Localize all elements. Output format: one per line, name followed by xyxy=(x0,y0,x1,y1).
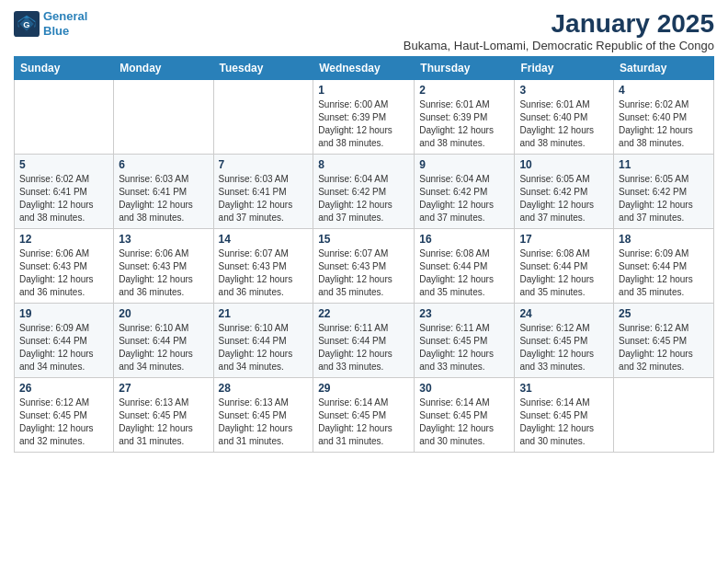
day-cell: 19Sunrise: 6:09 AM Sunset: 6:44 PM Dayli… xyxy=(15,304,114,378)
day-number: 5 xyxy=(19,158,108,171)
day-number: 3 xyxy=(519,84,609,97)
day-cell: 27Sunrise: 6:13 AM Sunset: 6:45 PM Dayli… xyxy=(114,378,213,453)
day-number: 14 xyxy=(219,233,309,246)
month-title: January 2025 xyxy=(404,9,714,39)
logo: G General Blue xyxy=(14,9,87,38)
day-cell: 2Sunrise: 6:01 AM Sunset: 6:39 PM Daylig… xyxy=(415,80,515,155)
day-cell xyxy=(213,80,313,155)
week-row-2: 5Sunrise: 6:02 AM Sunset: 6:41 PM Daylig… xyxy=(15,155,714,229)
day-cell: 22Sunrise: 6:11 AM Sunset: 6:44 PM Dayli… xyxy=(313,304,415,378)
day-cell: 30Sunrise: 6:14 AM Sunset: 6:45 PM Dayli… xyxy=(415,378,515,453)
day-cell xyxy=(114,80,213,155)
day-number: 17 xyxy=(519,233,609,246)
day-cell: 3Sunrise: 6:01 AM Sunset: 6:40 PM Daylig… xyxy=(515,80,614,155)
day-number: 28 xyxy=(219,382,309,395)
day-number: 4 xyxy=(619,84,709,97)
day-cell: 11Sunrise: 6:05 AM Sunset: 6:42 PM Dayli… xyxy=(614,155,714,229)
day-cell: 6Sunrise: 6:03 AM Sunset: 6:41 PM Daylig… xyxy=(114,155,213,229)
weekday-sunday: Sunday xyxy=(15,57,114,80)
subtitle: Bukama, Haut-Lomami, Democratic Republic… xyxy=(404,39,714,52)
day-cell: 14Sunrise: 6:07 AM Sunset: 6:43 PM Dayli… xyxy=(213,229,313,304)
day-info: Sunrise: 6:14 AM Sunset: 6:45 PM Dayligh… xyxy=(419,396,509,448)
day-number: 27 xyxy=(119,382,208,395)
day-cell: 26Sunrise: 6:12 AM Sunset: 6:45 PM Dayli… xyxy=(15,378,114,453)
day-info: Sunrise: 6:11 AM Sunset: 6:44 PM Dayligh… xyxy=(318,322,409,373)
day-number: 9 xyxy=(419,158,509,171)
day-number: 25 xyxy=(619,307,709,320)
day-cell: 25Sunrise: 6:12 AM Sunset: 6:45 PM Dayli… xyxy=(614,304,714,378)
day-number: 1 xyxy=(318,84,409,97)
day-info: Sunrise: 6:10 AM Sunset: 6:44 PM Dayligh… xyxy=(119,322,208,373)
day-number: 18 xyxy=(619,233,709,246)
day-info: Sunrise: 6:08 AM Sunset: 6:44 PM Dayligh… xyxy=(519,247,609,299)
day-number: 6 xyxy=(119,158,208,171)
day-number: 19 xyxy=(19,307,108,320)
day-number: 7 xyxy=(219,158,309,171)
day-info: Sunrise: 6:14 AM Sunset: 6:45 PM Dayligh… xyxy=(318,396,409,448)
day-cell: 10Sunrise: 6:05 AM Sunset: 6:42 PM Dayli… xyxy=(515,155,614,229)
day-number: 2 xyxy=(419,84,509,97)
day-info: Sunrise: 6:12 AM Sunset: 6:45 PM Dayligh… xyxy=(519,322,609,373)
logo-line2: Blue xyxy=(43,24,87,39)
day-info: Sunrise: 6:03 AM Sunset: 6:41 PM Dayligh… xyxy=(119,173,208,224)
day-cell: 31Sunrise: 6:14 AM Sunset: 6:45 PM Dayli… xyxy=(515,378,614,453)
day-info: Sunrise: 6:01 AM Sunset: 6:39 PM Dayligh… xyxy=(419,98,509,150)
weekday-wednesday: Wednesday xyxy=(313,57,415,80)
day-info: Sunrise: 6:04 AM Sunset: 6:42 PM Dayligh… xyxy=(318,173,409,224)
day-number: 22 xyxy=(318,307,409,320)
day-info: Sunrise: 6:13 AM Sunset: 6:45 PM Dayligh… xyxy=(119,396,208,448)
logo-icon: G xyxy=(14,11,40,37)
day-number: 21 xyxy=(219,307,309,320)
day-cell: 1Sunrise: 6:00 AM Sunset: 6:39 PM Daylig… xyxy=(313,80,415,155)
day-cell: 24Sunrise: 6:12 AM Sunset: 6:45 PM Dayli… xyxy=(515,304,614,378)
weekday-thursday: Thursday xyxy=(415,57,515,80)
day-info: Sunrise: 6:05 AM Sunset: 6:42 PM Dayligh… xyxy=(619,173,709,224)
day-number: 13 xyxy=(119,233,208,246)
day-number: 23 xyxy=(419,307,509,320)
day-cell: 23Sunrise: 6:11 AM Sunset: 6:45 PM Dayli… xyxy=(415,304,515,378)
day-cell: 8Sunrise: 6:04 AM Sunset: 6:42 PM Daylig… xyxy=(313,155,415,229)
header: G General Blue January 2025 Bukama, Haut… xyxy=(14,9,714,52)
day-cell: 17Sunrise: 6:08 AM Sunset: 6:44 PM Dayli… xyxy=(515,229,614,304)
day-info: Sunrise: 6:01 AM Sunset: 6:40 PM Dayligh… xyxy=(519,98,609,150)
day-info: Sunrise: 6:06 AM Sunset: 6:43 PM Dayligh… xyxy=(119,247,208,299)
day-cell: 9Sunrise: 6:04 AM Sunset: 6:42 PM Daylig… xyxy=(415,155,515,229)
day-number: 20 xyxy=(119,307,208,320)
week-row-5: 26Sunrise: 6:12 AM Sunset: 6:45 PM Dayli… xyxy=(15,378,714,453)
day-info: Sunrise: 6:08 AM Sunset: 6:44 PM Dayligh… xyxy=(419,247,509,299)
svg-text:G: G xyxy=(23,19,29,29)
logo-line1: General xyxy=(43,9,87,24)
day-cell: 4Sunrise: 6:02 AM Sunset: 6:40 PM Daylig… xyxy=(614,80,714,155)
day-number: 11 xyxy=(619,158,709,171)
weekday-saturday: Saturday xyxy=(614,57,714,80)
day-cell: 5Sunrise: 6:02 AM Sunset: 6:41 PM Daylig… xyxy=(15,155,114,229)
weekday-header-row: SundayMondayTuesdayWednesdayThursdayFrid… xyxy=(15,57,714,80)
day-cell: 12Sunrise: 6:06 AM Sunset: 6:43 PM Dayli… xyxy=(15,229,114,304)
week-row-4: 19Sunrise: 6:09 AM Sunset: 6:44 PM Dayli… xyxy=(15,304,714,378)
day-cell xyxy=(614,378,714,453)
day-number: 30 xyxy=(419,382,509,395)
weekday-friday: Friday xyxy=(515,57,614,80)
day-info: Sunrise: 6:07 AM Sunset: 6:43 PM Dayligh… xyxy=(318,247,409,299)
day-number: 15 xyxy=(318,233,409,246)
day-info: Sunrise: 6:04 AM Sunset: 6:42 PM Dayligh… xyxy=(419,173,509,224)
day-cell: 21Sunrise: 6:10 AM Sunset: 6:44 PM Dayli… xyxy=(213,304,313,378)
day-cell: 7Sunrise: 6:03 AM Sunset: 6:41 PM Daylig… xyxy=(213,155,313,229)
weekday-tuesday: Tuesday xyxy=(213,57,313,80)
day-info: Sunrise: 6:06 AM Sunset: 6:43 PM Dayligh… xyxy=(19,247,108,299)
page: G General Blue January 2025 Bukama, Haut… xyxy=(0,0,728,563)
week-row-3: 12Sunrise: 6:06 AM Sunset: 6:43 PM Dayli… xyxy=(15,229,714,304)
day-cell: 20Sunrise: 6:10 AM Sunset: 6:44 PM Dayli… xyxy=(114,304,213,378)
day-info: Sunrise: 6:11 AM Sunset: 6:45 PM Dayligh… xyxy=(419,322,509,373)
day-info: Sunrise: 6:00 AM Sunset: 6:39 PM Dayligh… xyxy=(318,98,409,150)
day-info: Sunrise: 6:12 AM Sunset: 6:45 PM Dayligh… xyxy=(19,396,108,448)
week-row-1: 1Sunrise: 6:00 AM Sunset: 6:39 PM Daylig… xyxy=(15,80,714,155)
calendar-table: SundayMondayTuesdayWednesdayThursdayFrid… xyxy=(14,56,714,453)
logo-text: General Blue xyxy=(43,9,87,38)
day-cell: 16Sunrise: 6:08 AM Sunset: 6:44 PM Dayli… xyxy=(415,229,515,304)
day-info: Sunrise: 6:10 AM Sunset: 6:44 PM Dayligh… xyxy=(219,322,309,373)
day-cell: 28Sunrise: 6:13 AM Sunset: 6:45 PM Dayli… xyxy=(213,378,313,453)
day-info: Sunrise: 6:05 AM Sunset: 6:42 PM Dayligh… xyxy=(519,173,609,224)
day-info: Sunrise: 6:07 AM Sunset: 6:43 PM Dayligh… xyxy=(219,247,309,299)
day-info: Sunrise: 6:02 AM Sunset: 6:41 PM Dayligh… xyxy=(19,173,108,224)
